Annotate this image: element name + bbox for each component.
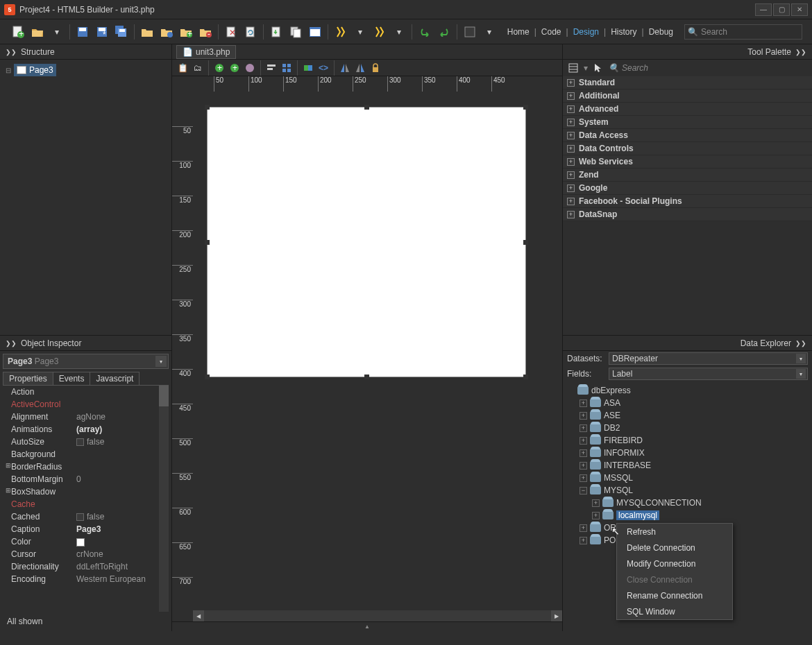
expand-icon[interactable]: + [567, 184, 575, 192]
inspector-selection[interactable]: Page3 Page3 ▾ [3, 354, 169, 369]
expand-icon[interactable]: + [567, 198, 575, 205]
folder-1-icon[interactable] [139, 24, 155, 40]
tab-javascript[interactable]: Javascript [90, 372, 139, 385]
db-node[interactable]: −MYSQL [567, 484, 808, 497]
property-row[interactable]: DirectionalityddLeftToRight [3, 560, 169, 573]
form-page3[interactable] [207, 107, 526, 377]
palette-category[interactable]: +Advanced [563, 103, 812, 116]
design-canvas[interactable] [193, 92, 562, 610]
save-all-icon[interactable] [113, 24, 130, 40]
db-node[interactable]: +FIREBIRD [567, 434, 808, 447]
code-icon[interactable]: <> [317, 62, 330, 74]
palette-category[interactable]: +Data Controls [563, 142, 812, 155]
open-dropdown-icon[interactable]: ▾ [49, 24, 65, 40]
doc-copy-icon[interactable] [287, 24, 304, 40]
tab-properties[interactable]: Properties [3, 372, 53, 385]
structure-header[interactable]: ❯❯ Structure [0, 44, 171, 60]
flip-h-icon[interactable] [339, 62, 351, 74]
expand-icon[interactable]: + [580, 424, 587, 432]
expand-icon[interactable]: + [567, 145, 575, 153]
context-menu-item[interactable]: SQL Window [617, 603, 732, 619]
minimize-button[interactable]: — [755, 3, 772, 16]
property-row[interactable]: Color [3, 535, 169, 548]
expand-icon[interactable]: + [592, 499, 600, 507]
top-search[interactable]: 🔍 Search [684, 24, 802, 40]
inspector-header[interactable]: ❯❯ Object Inspector [0, 336, 171, 351]
property-row[interactable]: ActiveControl [3, 398, 169, 411]
palette-search[interactable]: 🔍 Search [609, 62, 808, 74]
config-icon[interactable] [462, 24, 478, 40]
scrollbar[interactable] [159, 386, 169, 612]
expand-icon[interactable]: + [567, 119, 575, 126]
scroll-thumb[interactable] [159, 386, 169, 406]
pointer-icon[interactable] [592, 62, 604, 74]
property-row[interactable]: BottomMargin0 [3, 473, 169, 485]
property-row[interactable]: AlignmentagNone [3, 411, 169, 423]
config-dropdown-icon[interactable]: ▾ [481, 24, 498, 40]
select-icon[interactable] [244, 62, 256, 74]
components-icon[interactable]: 🗂 [192, 62, 204, 74]
expand-icon[interactable]: + [567, 158, 575, 166]
view-code[interactable]: Code [541, 27, 561, 37]
tree-root[interactable]: ⊟ Page3 [6, 64, 166, 76]
properties-grid[interactable]: ActionActiveControlAlignmentagNoneAnimat… [3, 386, 169, 612]
expand-icon[interactable]: + [592, 512, 600, 519]
expand-icon[interactable]: + [567, 132, 575, 139]
expand-icon[interactable]: + [567, 79, 575, 87]
expand-icon[interactable]: + [567, 92, 575, 100]
palette-category[interactable]: +Google [563, 182, 812, 195]
property-row[interactable]: CursorcrNone [3, 548, 169, 560]
maximize-button[interactable]: ▢ [773, 3, 790, 16]
expand-icon[interactable]: + [580, 474, 587, 482]
property-row[interactable]: Background [3, 448, 169, 461]
palette-category[interactable]: +Data Access [563, 129, 812, 142]
palette-category[interactable]: +Facebook - Social Plugins [563, 195, 812, 208]
db-node[interactable]: +INTERBASE [567, 459, 808, 472]
db-node[interactable]: +ASA [567, 397, 808, 409]
folder-add-icon[interactable]: + [178, 24, 194, 40]
toggle-icon[interactable] [302, 62, 314, 74]
save-as-icon[interactable]: * [94, 24, 110, 40]
context-menu-item[interactable]: Modify Connection [617, 556, 732, 571]
context-menu-item[interactable]: Delete Connection [617, 540, 732, 556]
palette-category[interactable]: +Additional [563, 89, 812, 103]
run2-dropdown-icon[interactable]: ▾ [391, 24, 407, 40]
expand-icon[interactable]: + [580, 412, 587, 420]
undo-icon[interactable] [416, 24, 433, 40]
run-dropdown-icon[interactable]: ▾ [352, 24, 369, 40]
palette-view-icon[interactable] [567, 62, 580, 74]
tree-item-page3[interactable]: Page3 [14, 64, 56, 76]
context-menu-item[interactable]: Rename Connection [617, 587, 732, 603]
flip-v-icon[interactable] [354, 62, 366, 74]
paste-icon[interactable]: 📋 [176, 62, 189, 74]
lock-icon[interactable] [369, 62, 382, 74]
expand-icon[interactable]: + [580, 524, 587, 532]
run-icon[interactable] [332, 24, 349, 40]
scroll-left-icon[interactable]: ◀ [193, 610, 204, 621]
dropdown-icon[interactable]: ▾ [155, 356, 167, 367]
file-tab[interactable]: 📄 unit3.php [176, 45, 236, 59]
folder-2-icon[interactable] [158, 24, 175, 40]
expand-icon[interactable]: + [580, 399, 587, 407]
grid-icon[interactable] [280, 62, 293, 74]
expand-icon[interactable]: + [567, 171, 575, 179]
property-row[interactable]: CaptionPage3 [3, 523, 169, 535]
property-row[interactable]: BorderRadius [3, 461, 169, 473]
db-node[interactable]: +ASE [567, 409, 808, 422]
open-icon[interactable] [29, 24, 46, 40]
scroll-right-icon[interactable]: ▶ [551, 610, 562, 621]
property-row[interactable]: Cache [3, 498, 169, 510]
tab-events[interactable]: Events [53, 372, 91, 385]
expand-icon[interactable]: + [567, 105, 575, 113]
palette-category[interactable]: +Zend [563, 169, 812, 182]
property-row[interactable]: EncodingWestern European [3, 573, 169, 585]
context-menu-item[interactable]: Refresh [617, 524, 732, 540]
doc-delete-icon[interactable]: ✕ [223, 24, 239, 40]
close-button[interactable]: ✕ [791, 3, 808, 16]
expand-icon[interactable]: + [567, 211, 575, 218]
property-row[interactable]: AutoSizefalse [3, 436, 169, 448]
db-node[interactable]: +DB2 [567, 422, 808, 434]
property-row[interactable]: BoxShadow [3, 485, 169, 498]
view-history[interactable]: History [611, 27, 636, 37]
doc-refresh-icon[interactable] [242, 24, 259, 40]
